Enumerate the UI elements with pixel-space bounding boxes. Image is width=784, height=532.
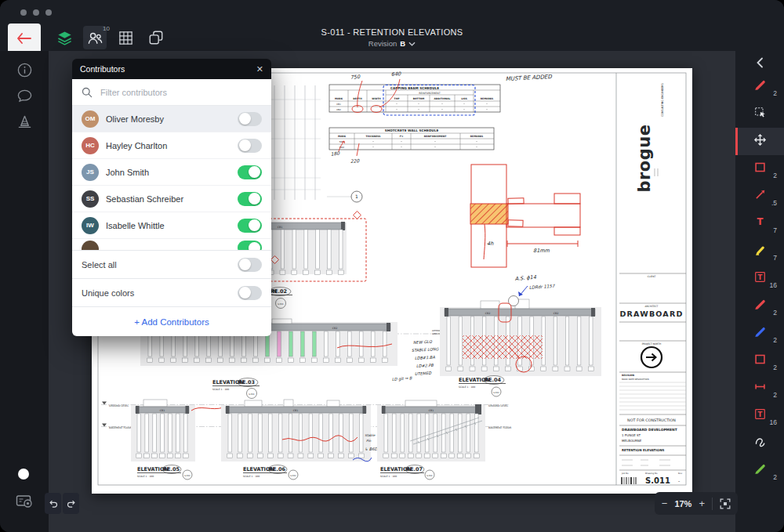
select-all-toggle[interactable] [238,258,262,272]
contributors-panel-header[interactable]: Contributors ✕ [72,59,271,79]
blue-note-ldgit[interactable]: LD git ⇒ B [392,375,413,382]
back-button[interactable] [8,24,41,53]
red-note-750[interactable]: 750 [350,74,361,81]
tool-move[interactable] [735,128,784,155]
contributor-row[interactable]: HC Hayley Charlton [72,132,271,159]
zoom-in-button[interactable]: + [699,498,705,508]
issue-cone-icon[interactable] [16,114,33,130]
svg-text:1 PUNGE ST: 1 PUNGE ST [622,433,641,437]
svg-text:MARK: MARK [338,135,347,138]
contributor-toggle[interactable] [238,219,262,233]
revision-selector[interactable]: Revision B [235,39,549,48]
fit-screen-icon[interactable] [720,498,731,509]
filter-contributors-input[interactable] [99,87,262,98]
unique-colors-row[interactable]: Unique colors [72,278,271,306]
select-all-row[interactable]: Select all [72,250,271,278]
svg-text:CB2: CB2 [332,327,337,330]
svg-text:Rev: Rev [678,472,682,475]
red-note-640[interactable]: 640 [391,71,402,78]
contributor-row[interactable]: OM Oliver Moresby [72,106,271,132]
tool-highlighter[interactable]: 7 [735,237,784,265]
tool-rect[interactable]: 2 [735,155,784,183]
red-stroke-bottom[interactable] [191,407,223,411]
tool-arrow[interactable]: .5 [735,183,784,210]
svg-text:S.011: S.011 [290,475,296,477]
tool-select[interactable] [735,100,784,128]
contributors-button[interactable]: 10 [83,26,107,49]
tool-count: 2 [773,391,777,399]
collapse-toolbar-button[interactable] [735,52,784,73]
blue-note-must-be-added[interactable]: MUST BE ADDED [506,74,553,82]
svg-text:REMARKS: REMARKS [481,97,493,100]
tool-count: 2 [773,172,777,179]
contributor-filter[interactable] [72,79,271,106]
tool-textbox[interactable]: T 16 [735,402,784,429]
grid-button[interactable] [114,26,137,49]
svg-text:BOTTOM: BOTTOM [413,97,425,100]
blue-note-as14[interactable]: A.S. ϕ14 LDRdr 1157 [514,274,556,296]
window-control-dot[interactable] [45,9,52,16]
tool-count: 2 [773,473,777,481]
contributor-toggle[interactable] [238,139,262,153]
zoom-out-button[interactable]: − [662,498,668,508]
tool-count: .5 [771,199,777,207]
contributor-toggle[interactable] [238,112,262,126]
redo-button[interactable] [63,493,79,514]
unique-colors-toggle[interactable] [238,286,262,300]
blue-note-b6d[interactable]: ↳ B6D [365,447,378,451]
add-contributors-button[interactable]: + Add Contributors [134,317,209,327]
title-block: brogue CONSULTING ENGINEERS CLIENT ARCHI… [619,83,686,485]
grid-icon [118,31,133,45]
pages-button[interactable] [144,26,168,49]
contributor-row[interactable]: IW Isabelle Whittle [72,212,271,239]
undo-button[interactable] [45,493,61,514]
svg-text:CB1: CB1 [429,409,434,412]
red-dim-81mm: 81mm [533,248,550,254]
red-crosshatch[interactable] [463,335,543,359]
window-control-dot[interactable] [20,9,27,16]
close-icon[interactable]: ✕ [256,64,263,74]
tool-pen[interactable]: 2 [735,457,784,484]
window-controls[interactable] [20,9,52,16]
contributor-row[interactable]: JS John Smith [72,159,271,186]
comments-icon[interactable] [16,88,33,104]
red-dim-4h: 4h [487,241,494,247]
svg-text:LDB#1.BA: LDB#1.BA [415,355,436,360]
red-note-220[interactable]: 220 [350,157,361,164]
contributors-count-badge: 10 [103,25,110,32]
contributor-row[interactable]: SS Sebastian Schreiber [72,186,271,212]
tool-lasso[interactable] [735,429,784,457]
tool-pen[interactable]: 2 [735,320,784,347]
contributor-toggle[interactable] [238,241,262,250]
info-icon[interactable] [16,62,33,78]
zoom-level[interactable]: 17% [674,499,691,508]
svg-text:DRAWBOARD: DRAWBOARD [619,309,683,318]
tool-pen[interactable]: 2 [735,73,784,100]
svg-text:T: T [757,411,762,418]
contributor-toggle[interactable] [238,192,262,206]
svg-text:MARK: MARK [335,97,343,100]
svg-text:Pin: Pin [366,439,372,443]
elevation-re07: CB1 ELEVATION RE.07 SCALE 1 : 100 S.011 [377,400,485,480]
contributor-toggle[interactable] [238,165,262,179]
red-note-180[interactable]: 180 [330,150,340,157]
tool-rect[interactable]: 2 [735,347,784,375]
tool-text[interactable]: T 7 [735,210,784,237]
window-control-dot[interactable] [33,9,39,16]
red-sketch-detail[interactable] [470,165,580,267]
avatar: OM [82,110,99,128]
device-settings-icon[interactable] [16,494,33,512]
status-dot[interactable] [18,469,29,480]
layers-button[interactable] [53,26,76,49]
tool-measure[interactable]: 2 [735,375,784,402]
svg-text:LDRdr 1157: LDRdr 1157 [529,284,556,290]
red-notes-re04[interactable]: NEW GLO STABLE LONG LDB#1.BA LD#2.PB UTE… [412,339,440,376]
tool-count: 7 [773,254,777,262]
avatar: HC [82,137,99,154]
svg-text:SCALE 1 : 100: SCALE 1 : 100 [243,475,260,478]
contributor-row[interactable] [72,239,271,250]
svg-text:CB2: CB2 [554,312,558,315]
tool-textbox[interactable]: T 16 [735,265,784,292]
revision-value: B [400,39,405,48]
tool-pen[interactable]: 2 [735,292,784,320]
